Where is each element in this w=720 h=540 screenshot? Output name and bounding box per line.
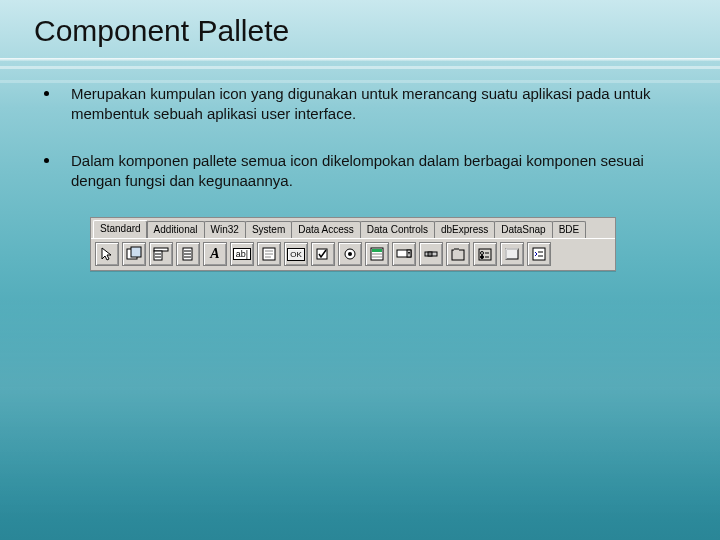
palette-tab[interactable]: System [245, 221, 292, 238]
bullet-dot [44, 91, 49, 96]
svg-rect-33 [506, 249, 518, 259]
pointer-icon[interactable] [95, 242, 119, 266]
palette-tab[interactable]: BDE [552, 221, 587, 238]
palette-tool-row: Aab|OK [91, 238, 615, 270]
svg-rect-25 [452, 250, 464, 260]
palette-tab[interactable]: DataSnap [494, 221, 552, 238]
svg-point-29 [481, 252, 484, 255]
groupbox-icon[interactable] [446, 242, 470, 266]
popupmenu-icon[interactable] [176, 242, 200, 266]
svg-point-30 [481, 256, 484, 259]
svg-point-16 [348, 252, 352, 256]
radiobutton-icon[interactable] [338, 242, 362, 266]
bullet-list: Merupakan kumpulan icon yang digunakan u… [0, 58, 720, 191]
palette-tab[interactable]: Data Access [291, 221, 361, 238]
combobox-icon[interactable] [392, 242, 416, 266]
palette-tab[interactable]: dbExpress [434, 221, 495, 238]
scrollbar-icon[interactable] [419, 242, 443, 266]
palette-tab-row: StandardAdditionalWin32SystemData Access… [91, 218, 615, 238]
svg-rect-24 [428, 252, 432, 256]
listbox-icon[interactable] [365, 242, 389, 266]
svg-rect-36 [533, 248, 545, 260]
palette-tab[interactable]: Standard [93, 220, 148, 238]
button-icon[interactable]: OK [284, 242, 308, 266]
actionlist-icon[interactable] [527, 242, 551, 266]
page-title: Component Pallete [0, 0, 720, 58]
list-item: Merupakan kumpulan icon yang digunakan u… [44, 84, 676, 125]
mainmenu-icon[interactable] [149, 242, 173, 266]
bullet-text: Merupakan kumpulan icon yang digunakan u… [71, 84, 676, 125]
frames-icon[interactable] [122, 242, 146, 266]
label-icon[interactable]: A [203, 242, 227, 266]
svg-rect-1 [131, 247, 141, 257]
bullet-text: Dalam komponen pallete semua icon dikelo… [71, 151, 676, 192]
panel-icon[interactable] [500, 242, 524, 266]
palette-tab[interactable]: Data Controls [360, 221, 435, 238]
palette-tab[interactable]: Additional [147, 221, 205, 238]
radiogroup-icon[interactable] [473, 242, 497, 266]
memo-icon[interactable] [257, 242, 281, 266]
component-palette-screenshot: StandardAdditionalWin32SystemData Access… [90, 217, 616, 271]
checkbox-icon[interactable] [311, 242, 335, 266]
bullet-dot [44, 158, 49, 163]
edit-icon[interactable]: ab| [230, 242, 254, 266]
palette-tab[interactable]: Win32 [204, 221, 246, 238]
list-item: Dalam komponen pallete semua icon dikelo… [44, 151, 676, 192]
svg-rect-18 [372, 249, 382, 252]
svg-rect-3 [154, 251, 162, 260]
